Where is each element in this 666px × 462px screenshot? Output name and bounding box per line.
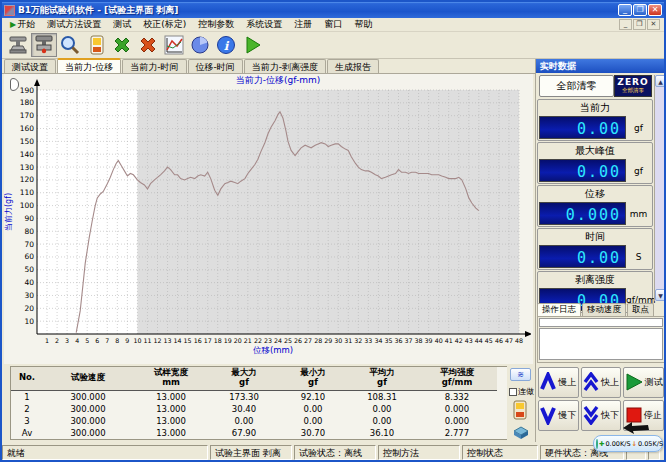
continuous-checkbox[interactable] [509,388,517,396]
readout-value: 0.00 [539,245,626,268]
table-cell: 0.000 [417,403,497,415]
log-body[interactable] [539,328,663,360]
restore-button[interactable]: ❐ [633,4,647,16]
menu-item-5[interactable]: 系统设置 [240,19,288,29]
save-icon[interactable] [83,33,109,57]
table-cell: 36.10 [347,427,417,439]
force-displacement-chart[interactable]: 1020304050607080901001101201301401501601… [4,74,533,362]
log-tab-0[interactable]: 操作日志 [537,303,581,316]
jog-label: 快下 [601,409,619,422]
pie-chart-icon[interactable] [187,33,213,57]
table-cell: 3 [11,415,43,427]
toolbar: i [2,32,664,59]
menu-item-2[interactable]: 测试 [107,19,137,29]
readout-label: 剥离强度 [538,272,652,288]
scroll-up-icon[interactable]: ▲ [655,75,666,87]
info-icon[interactable]: i [213,33,239,57]
testing-machine-active-icon[interactable] [31,33,57,57]
double-chevron-down-icon [583,405,599,427]
log-tab-2[interactable]: 取点 [627,303,654,316]
chart-ylabel: 当前力(gf) [4,193,13,231]
mdi-restore-button[interactable]: ❐ [633,19,646,30]
svg-text:45: 45 [485,337,493,344]
tab-3[interactable]: 位移-时间 [188,59,243,73]
menu-item-1[interactable]: 测试方法设置 [41,19,107,29]
svg-text:46: 46 [495,337,503,344]
tab-1[interactable]: 当前力-位移 [57,58,121,73]
menu-item-0[interactable]: ▶开始 [4,19,41,29]
results-table[interactable]: No.试验速度试样宽度mm最大力gf最小力gf平均力gf平均强度gf/mm130… [11,367,497,439]
curve-chart-icon[interactable] [161,33,187,57]
svg-text:31: 31 [344,337,352,344]
zero-all-button[interactable]: 全部清零 [539,75,614,97]
table-cell: 8.332 [417,390,497,403]
download-speed: 0.05K/S [638,440,663,448]
mdi-close-button[interactable]: ✕ [647,19,660,30]
log-tab-1[interactable]: 移动速度 [582,303,626,316]
readout-label: 时间 [538,229,652,245]
delete-red-x-icon[interactable] [135,33,161,57]
zoom-icon[interactable] [57,33,83,57]
tab-4[interactable]: 当前力-剥离强度 [244,59,326,73]
save-results-icon[interactable] [511,400,529,422]
table-row[interactable]: Av300.00013.00067.9030.7036.102.777 [11,427,497,439]
play-icon [625,372,643,394]
tab-0[interactable]: 测试设置 [4,59,56,73]
test-button[interactable]: 测试 [623,367,664,398]
svg-text:7: 7 [105,337,109,344]
minimize-button[interactable]: _ [618,4,632,16]
close-button[interactable]: ✕ [648,4,662,16]
scroll-down-icon[interactable]: ▼ [655,289,666,301]
menu-item-4[interactable]: 控制参数 [192,19,240,29]
svg-text:13: 13 [164,337,172,344]
table-row[interactable]: 3300.00013.0000.000.000.000.000 [11,415,497,427]
svg-text:35: 35 [384,337,392,344]
tab-2[interactable]: 当前力-时间 [122,59,186,73]
clear-green-x-icon[interactable] [109,33,135,57]
table-cell: 0.00 [347,415,417,427]
zero-badge[interactable]: ZERO 全部清零 [614,75,652,97]
menu-item-7[interactable]: 窗口 [318,19,348,29]
testing-machine-icon[interactable] [5,33,31,57]
fast-down-button[interactable]: 快下 [581,400,622,431]
chart-xlabel: 位移(mm) [253,345,293,355]
tab-5[interactable]: 生成报告 [327,59,379,73]
svg-text:120: 120 [20,175,35,184]
fast-up-button[interactable]: 快上 [581,367,622,398]
table-cell: 0.000 [417,415,497,427]
log-input[interactable] [539,318,663,327]
svg-text:130: 130 [20,163,35,172]
status-section-4: 控制状态 [462,445,538,460]
table-row[interactable]: 1300.00013.000173.3092.10108.318.332 [11,390,497,403]
menu-item-8[interactable]: 帮助 [348,19,378,29]
slow-down-button[interactable]: 慢下 [538,400,579,431]
table-cell: 2.777 [417,427,497,439]
table-cell: 13.000 [133,390,209,403]
printer-icon[interactable] [511,422,531,442]
svg-text:90: 90 [24,214,34,223]
menu-item-3[interactable]: 校正(标定) [137,19,192,29]
table-row[interactable]: 2300.00013.00030.400.000.000.000 [11,403,497,415]
app-window: B1万能试验机软件 - [试验主界面 剥离] _ ❐ ✕ ▶开始测试方法设置测试… [0,0,666,462]
table-cell: 92.10 [279,390,347,403]
readout-value: 0.00 [539,159,626,182]
collapse-table-button[interactable]: ≋ [510,368,531,381]
table-cell: 0.00 [279,415,347,427]
menu-item-6[interactable]: 注册 [288,19,318,29]
continuous-label: 连做 [518,386,534,397]
network-speed-widget[interactable]: ✚ 0.00K/S ↓ 0.05K/S e [593,435,663,452]
svg-text:22: 22 [254,337,262,344]
slow-up-button[interactable]: 慢上 [538,367,579,398]
svg-text:28: 28 [314,337,322,344]
readouts-scrollbar[interactable]: ▲ ▼ [654,75,666,301]
results-table-panel: No.试验速度试样宽度mm最大力gf最小力gf平均力gf平均强度gf/mm130… [10,366,507,440]
results-area: No.试验速度试样宽度mm最大力gf最小力gf平均力gf平均强度gf/mm130… [2,364,535,443]
table-cell: 67.90 [209,427,279,439]
speed-widget-icon [596,439,598,449]
svg-text:6: 6 [95,337,99,344]
table-cell: 300.000 [43,415,133,427]
mdi-minimize-button[interactable]: _ [619,19,632,30]
table-cell: 300.000 [43,390,133,403]
start-play-icon[interactable] [239,33,265,57]
table-cell: 13.000 [133,403,209,415]
